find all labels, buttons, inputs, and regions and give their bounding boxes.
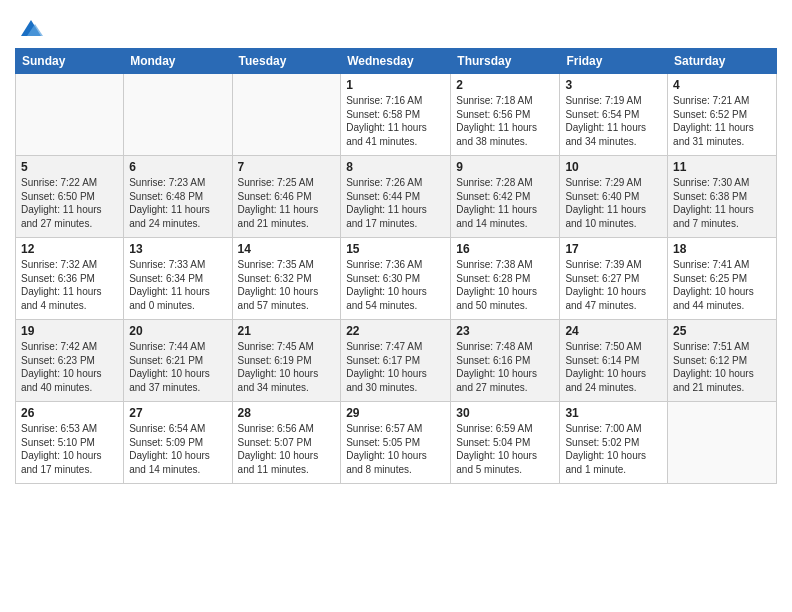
- day-info: Sunrise: 6:59 AMSunset: 5:04 PMDaylight:…: [456, 422, 554, 476]
- day-number: 23: [456, 324, 554, 338]
- calendar-cell: 29Sunrise: 6:57 AMSunset: 5:05 PMDayligh…: [341, 402, 451, 484]
- day-number: 5: [21, 160, 118, 174]
- calendar-cell: 9Sunrise: 7:28 AMSunset: 6:42 PMDaylight…: [451, 156, 560, 238]
- day-number: 2: [456, 78, 554, 92]
- day-number: 20: [129, 324, 226, 338]
- day-number: 25: [673, 324, 771, 338]
- calendar-cell: 31Sunrise: 7:00 AMSunset: 5:02 PMDayligh…: [560, 402, 668, 484]
- day-number: 9: [456, 160, 554, 174]
- day-info: Sunrise: 7:42 AMSunset: 6:23 PMDaylight:…: [21, 340, 118, 394]
- calendar-cell: 5Sunrise: 7:22 AMSunset: 6:50 PMDaylight…: [16, 156, 124, 238]
- day-number: 28: [238, 406, 336, 420]
- calendar-week-2: 5Sunrise: 7:22 AMSunset: 6:50 PMDaylight…: [16, 156, 777, 238]
- calendar-cell: 27Sunrise: 6:54 AMSunset: 5:09 PMDayligh…: [124, 402, 232, 484]
- header-wednesday: Wednesday: [341, 49, 451, 74]
- logo: [15, 14, 45, 42]
- day-number: 22: [346, 324, 445, 338]
- day-info: Sunrise: 7:50 AMSunset: 6:14 PMDaylight:…: [565, 340, 662, 394]
- calendar-cell: 3Sunrise: 7:19 AMSunset: 6:54 PMDaylight…: [560, 74, 668, 156]
- calendar-cell: 23Sunrise: 7:48 AMSunset: 6:16 PMDayligh…: [451, 320, 560, 402]
- day-number: 3: [565, 78, 662, 92]
- day-info: Sunrise: 7:18 AMSunset: 6:56 PMDaylight:…: [456, 94, 554, 148]
- day-number: 17: [565, 242, 662, 256]
- day-info: Sunrise: 7:16 AMSunset: 6:58 PMDaylight:…: [346, 94, 445, 148]
- day-info: Sunrise: 7:00 AMSunset: 5:02 PMDaylight:…: [565, 422, 662, 476]
- calendar-cell: [124, 74, 232, 156]
- calendar-cell: [232, 74, 341, 156]
- calendar-cell: 10Sunrise: 7:29 AMSunset: 6:40 PMDayligh…: [560, 156, 668, 238]
- calendar-cell: 28Sunrise: 6:56 AMSunset: 5:07 PMDayligh…: [232, 402, 341, 484]
- calendar-cell: 13Sunrise: 7:33 AMSunset: 6:34 PMDayligh…: [124, 238, 232, 320]
- day-info: Sunrise: 7:26 AMSunset: 6:44 PMDaylight:…: [346, 176, 445, 230]
- header-sunday: Sunday: [16, 49, 124, 74]
- day-info: Sunrise: 7:51 AMSunset: 6:12 PMDaylight:…: [673, 340, 771, 394]
- calendar-cell: 21Sunrise: 7:45 AMSunset: 6:19 PMDayligh…: [232, 320, 341, 402]
- day-number: 26: [21, 406, 118, 420]
- day-info: Sunrise: 7:25 AMSunset: 6:46 PMDaylight:…: [238, 176, 336, 230]
- calendar-week-5: 26Sunrise: 6:53 AMSunset: 5:10 PMDayligh…: [16, 402, 777, 484]
- day-info: Sunrise: 7:36 AMSunset: 6:30 PMDaylight:…: [346, 258, 445, 312]
- day-number: 29: [346, 406, 445, 420]
- calendar-header-row: SundayMondayTuesdayWednesdayThursdayFrid…: [16, 49, 777, 74]
- day-info: Sunrise: 7:33 AMSunset: 6:34 PMDaylight:…: [129, 258, 226, 312]
- day-number: 15: [346, 242, 445, 256]
- day-number: 31: [565, 406, 662, 420]
- day-info: Sunrise: 6:56 AMSunset: 5:07 PMDaylight:…: [238, 422, 336, 476]
- day-info: Sunrise: 7:28 AMSunset: 6:42 PMDaylight:…: [456, 176, 554, 230]
- day-info: Sunrise: 7:21 AMSunset: 6:52 PMDaylight:…: [673, 94, 771, 148]
- day-info: Sunrise: 6:53 AMSunset: 5:10 PMDaylight:…: [21, 422, 118, 476]
- calendar-cell: 1Sunrise: 7:16 AMSunset: 6:58 PMDaylight…: [341, 74, 451, 156]
- day-info: Sunrise: 7:41 AMSunset: 6:25 PMDaylight:…: [673, 258, 771, 312]
- calendar-cell: 20Sunrise: 7:44 AMSunset: 6:21 PMDayligh…: [124, 320, 232, 402]
- day-info: Sunrise: 7:39 AMSunset: 6:27 PMDaylight:…: [565, 258, 662, 312]
- day-number: 6: [129, 160, 226, 174]
- calendar-cell: 7Sunrise: 7:25 AMSunset: 6:46 PMDaylight…: [232, 156, 341, 238]
- day-number: 10: [565, 160, 662, 174]
- day-info: Sunrise: 7:48 AMSunset: 6:16 PMDaylight:…: [456, 340, 554, 394]
- calendar-cell: 15Sunrise: 7:36 AMSunset: 6:30 PMDayligh…: [341, 238, 451, 320]
- day-number: 14: [238, 242, 336, 256]
- calendar-cell: [668, 402, 777, 484]
- calendar-cell: 17Sunrise: 7:39 AMSunset: 6:27 PMDayligh…: [560, 238, 668, 320]
- day-number: 19: [21, 324, 118, 338]
- day-info: Sunrise: 7:23 AMSunset: 6:48 PMDaylight:…: [129, 176, 226, 230]
- day-info: Sunrise: 7:38 AMSunset: 6:28 PMDaylight:…: [456, 258, 554, 312]
- day-info: Sunrise: 7:44 AMSunset: 6:21 PMDaylight:…: [129, 340, 226, 394]
- calendar-cell: 16Sunrise: 7:38 AMSunset: 6:28 PMDayligh…: [451, 238, 560, 320]
- day-number: 1: [346, 78, 445, 92]
- day-number: 16: [456, 242, 554, 256]
- calendar-cell: 19Sunrise: 7:42 AMSunset: 6:23 PMDayligh…: [16, 320, 124, 402]
- header-saturday: Saturday: [668, 49, 777, 74]
- day-number: 7: [238, 160, 336, 174]
- day-info: Sunrise: 7:30 AMSunset: 6:38 PMDaylight:…: [673, 176, 771, 230]
- day-info: Sunrise: 6:57 AMSunset: 5:05 PMDaylight:…: [346, 422, 445, 476]
- day-number: 24: [565, 324, 662, 338]
- logo-icon: [17, 14, 45, 42]
- day-number: 30: [456, 406, 554, 420]
- day-info: Sunrise: 7:47 AMSunset: 6:17 PMDaylight:…: [346, 340, 445, 394]
- calendar-cell: 18Sunrise: 7:41 AMSunset: 6:25 PMDayligh…: [668, 238, 777, 320]
- calendar-cell: 24Sunrise: 7:50 AMSunset: 6:14 PMDayligh…: [560, 320, 668, 402]
- calendar-week-4: 19Sunrise: 7:42 AMSunset: 6:23 PMDayligh…: [16, 320, 777, 402]
- day-number: 4: [673, 78, 771, 92]
- calendar-cell: 26Sunrise: 6:53 AMSunset: 5:10 PMDayligh…: [16, 402, 124, 484]
- calendar-cell: 22Sunrise: 7:47 AMSunset: 6:17 PMDayligh…: [341, 320, 451, 402]
- day-number: 13: [129, 242, 226, 256]
- calendar-cell: 8Sunrise: 7:26 AMSunset: 6:44 PMDaylight…: [341, 156, 451, 238]
- day-number: 27: [129, 406, 226, 420]
- day-info: Sunrise: 7:22 AMSunset: 6:50 PMDaylight:…: [21, 176, 118, 230]
- day-number: 8: [346, 160, 445, 174]
- page-header: [15, 10, 777, 42]
- calendar-cell: 25Sunrise: 7:51 AMSunset: 6:12 PMDayligh…: [668, 320, 777, 402]
- calendar-cell: 11Sunrise: 7:30 AMSunset: 6:38 PMDayligh…: [668, 156, 777, 238]
- day-info: Sunrise: 7:19 AMSunset: 6:54 PMDaylight:…: [565, 94, 662, 148]
- day-number: 21: [238, 324, 336, 338]
- calendar-cell: 2Sunrise: 7:18 AMSunset: 6:56 PMDaylight…: [451, 74, 560, 156]
- header-friday: Friday: [560, 49, 668, 74]
- calendar-cell: [16, 74, 124, 156]
- header-tuesday: Tuesday: [232, 49, 341, 74]
- calendar-cell: 14Sunrise: 7:35 AMSunset: 6:32 PMDayligh…: [232, 238, 341, 320]
- calendar-week-3: 12Sunrise: 7:32 AMSunset: 6:36 PMDayligh…: [16, 238, 777, 320]
- calendar-week-1: 1Sunrise: 7:16 AMSunset: 6:58 PMDaylight…: [16, 74, 777, 156]
- calendar-cell: 12Sunrise: 7:32 AMSunset: 6:36 PMDayligh…: [16, 238, 124, 320]
